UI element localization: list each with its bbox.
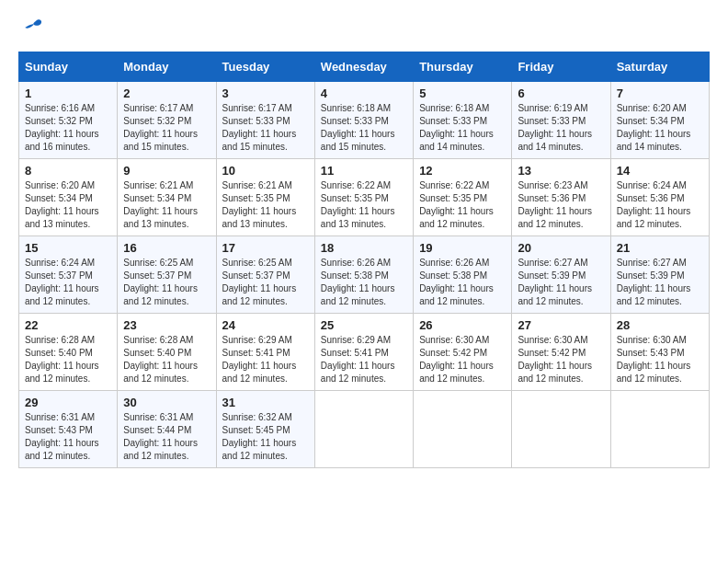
calendar-cell: 6 Sunrise: 6:19 AM Sunset: 5:33 PM Dayli… xyxy=(512,82,610,159)
cell-content: Sunrise: 6:30 AM Sunset: 5:43 PM Dayligh… xyxy=(617,334,703,385)
cell-content: Sunrise: 6:31 AM Sunset: 5:43 PM Dayligh… xyxy=(25,411,111,463)
cell-content: Sunrise: 6:19 AM Sunset: 5:33 PM Dayligh… xyxy=(518,102,604,154)
calendar-cell: 4 Sunrise: 6:18 AM Sunset: 5:33 PM Dayli… xyxy=(314,82,413,159)
calendar-cell xyxy=(512,391,610,468)
day-number: 24 xyxy=(222,318,309,332)
page-header xyxy=(18,18,710,37)
day-number: 6 xyxy=(518,86,604,100)
cell-content: Sunrise: 6:24 AM Sunset: 5:36 PM Dayligh… xyxy=(617,179,703,231)
cell-content: Sunrise: 6:18 AM Sunset: 5:33 PM Dayligh… xyxy=(321,102,407,154)
calendar-cell: 27 Sunrise: 6:30 AM Sunset: 5:42 PM Dayl… xyxy=(512,314,610,391)
logo xyxy=(18,18,44,37)
cell-content: Sunrise: 6:20 AM Sunset: 5:34 PM Dayligh… xyxy=(25,179,111,231)
calendar-cell: 28 Sunrise: 6:30 AM Sunset: 5:43 PM Dayl… xyxy=(610,314,709,391)
day-number: 14 xyxy=(617,164,703,178)
cell-content: Sunrise: 6:31 AM Sunset: 5:44 PM Dayligh… xyxy=(123,411,210,463)
calendar-cell: 13 Sunrise: 6:23 AM Sunset: 5:36 PM Dayl… xyxy=(512,159,610,236)
calendar-cell: 11 Sunrise: 6:22 AM Sunset: 5:35 PM Dayl… xyxy=(314,159,413,236)
cell-content: Sunrise: 6:21 AM Sunset: 5:35 PM Dayligh… xyxy=(222,179,309,231)
cell-content: Sunrise: 6:17 AM Sunset: 5:33 PM Dayligh… xyxy=(222,102,309,154)
day-number: 13 xyxy=(518,164,604,178)
day-number: 8 xyxy=(25,164,111,178)
day-number: 23 xyxy=(123,318,210,332)
day-header-sunday: Sunday xyxy=(19,52,118,82)
calendar-cell: 25 Sunrise: 6:29 AM Sunset: 5:41 PM Dayl… xyxy=(314,314,413,391)
day-number: 15 xyxy=(25,241,111,255)
calendar-cell xyxy=(414,391,512,468)
cell-content: Sunrise: 6:28 AM Sunset: 5:40 PM Dayligh… xyxy=(25,334,111,385)
calendar-cell: 14 Sunrise: 6:24 AM Sunset: 5:36 PM Dayl… xyxy=(610,159,709,236)
calendar-cell: 1 Sunrise: 6:16 AM Sunset: 5:32 PM Dayli… xyxy=(19,82,118,159)
calendar-cell: 21 Sunrise: 6:27 AM Sunset: 5:39 PM Dayl… xyxy=(610,236,709,314)
cell-content: Sunrise: 6:22 AM Sunset: 5:35 PM Dayligh… xyxy=(321,179,407,231)
cell-content: Sunrise: 6:22 AM Sunset: 5:35 PM Dayligh… xyxy=(419,179,506,231)
cell-content: Sunrise: 6:26 AM Sunset: 5:38 PM Dayligh… xyxy=(419,257,506,308)
calendar-cell: 19 Sunrise: 6:26 AM Sunset: 5:38 PM Dayl… xyxy=(414,236,512,314)
calendar-cell: 17 Sunrise: 6:25 AM Sunset: 5:37 PM Dayl… xyxy=(216,236,314,314)
cell-content: Sunrise: 6:27 AM Sunset: 5:39 PM Dayligh… xyxy=(518,257,604,308)
calendar-cell: 22 Sunrise: 6:28 AM Sunset: 5:40 PM Dayl… xyxy=(19,314,118,391)
calendar-week-1: 1 Sunrise: 6:16 AM Sunset: 5:32 PM Dayli… xyxy=(19,82,710,159)
calendar-cell: 12 Sunrise: 6:22 AM Sunset: 5:35 PM Dayl… xyxy=(414,159,512,236)
calendar-cell: 3 Sunrise: 6:17 AM Sunset: 5:33 PM Dayli… xyxy=(216,82,314,159)
calendar-cell: 18 Sunrise: 6:26 AM Sunset: 5:38 PM Dayl… xyxy=(314,236,413,314)
calendar-cell: 24 Sunrise: 6:29 AM Sunset: 5:41 PM Dayl… xyxy=(216,314,314,391)
cell-content: Sunrise: 6:29 AM Sunset: 5:41 PM Dayligh… xyxy=(222,334,309,385)
calendar-table: SundayMondayTuesdayWednesdayThursdayFrid… xyxy=(18,52,710,468)
calendar-cell: 30 Sunrise: 6:31 AM Sunset: 5:44 PM Dayl… xyxy=(118,391,216,468)
day-number: 4 xyxy=(321,86,407,100)
day-number: 21 xyxy=(617,241,703,255)
calendar-cell: 9 Sunrise: 6:21 AM Sunset: 5:34 PM Dayli… xyxy=(118,159,216,236)
calendar-header-row: SundayMondayTuesdayWednesdayThursdayFrid… xyxy=(19,52,710,82)
day-number: 27 xyxy=(518,318,604,332)
calendar-cell xyxy=(610,391,709,468)
day-number: 28 xyxy=(617,318,703,332)
day-number: 3 xyxy=(222,86,309,100)
calendar-cell: 8 Sunrise: 6:20 AM Sunset: 5:34 PM Dayli… xyxy=(19,159,118,236)
day-number: 2 xyxy=(123,86,210,100)
day-number: 16 xyxy=(123,241,210,255)
day-number: 26 xyxy=(419,318,506,332)
day-number: 31 xyxy=(222,396,309,409)
day-number: 12 xyxy=(419,164,506,178)
day-number: 18 xyxy=(321,241,407,255)
day-number: 9 xyxy=(123,164,210,178)
cell-content: Sunrise: 6:25 AM Sunset: 5:37 PM Dayligh… xyxy=(123,257,210,308)
day-number: 1 xyxy=(25,86,111,100)
day-header-saturday: Saturday xyxy=(610,52,709,82)
cell-content: Sunrise: 6:30 AM Sunset: 5:42 PM Dayligh… xyxy=(419,334,506,385)
cell-content: Sunrise: 6:23 AM Sunset: 5:36 PM Dayligh… xyxy=(518,179,604,231)
cell-content: Sunrise: 6:28 AM Sunset: 5:40 PM Dayligh… xyxy=(123,334,210,385)
day-header-monday: Monday xyxy=(118,52,216,82)
day-number: 11 xyxy=(321,164,407,178)
day-header-tuesday: Tuesday xyxy=(216,52,314,82)
calendar-cell: 20 Sunrise: 6:27 AM Sunset: 5:39 PM Dayl… xyxy=(512,236,610,314)
day-number: 17 xyxy=(222,241,309,255)
day-number: 5 xyxy=(419,86,506,100)
calendar-week-5: 29 Sunrise: 6:31 AM Sunset: 5:43 PM Dayl… xyxy=(19,391,710,468)
cell-content: Sunrise: 6:20 AM Sunset: 5:34 PM Dayligh… xyxy=(617,102,703,154)
cell-content: Sunrise: 6:21 AM Sunset: 5:34 PM Dayligh… xyxy=(123,179,210,231)
cell-content: Sunrise: 6:25 AM Sunset: 5:37 PM Dayligh… xyxy=(222,257,309,308)
calendar-cell: 15 Sunrise: 6:24 AM Sunset: 5:37 PM Dayl… xyxy=(19,236,118,314)
calendar-cell xyxy=(314,391,413,468)
cell-content: Sunrise: 6:24 AM Sunset: 5:37 PM Dayligh… xyxy=(25,257,111,308)
calendar-cell: 5 Sunrise: 6:18 AM Sunset: 5:33 PM Dayli… xyxy=(414,82,512,159)
calendar-cell: 2 Sunrise: 6:17 AM Sunset: 5:32 PM Dayli… xyxy=(118,82,216,159)
calendar-week-4: 22 Sunrise: 6:28 AM Sunset: 5:40 PM Dayl… xyxy=(19,314,710,391)
calendar-week-2: 8 Sunrise: 6:20 AM Sunset: 5:34 PM Dayli… xyxy=(19,159,710,236)
calendar-cell: 10 Sunrise: 6:21 AM Sunset: 5:35 PM Dayl… xyxy=(216,159,314,236)
day-number: 25 xyxy=(321,318,407,332)
day-number: 10 xyxy=(222,164,309,178)
calendar-week-3: 15 Sunrise: 6:24 AM Sunset: 5:37 PM Dayl… xyxy=(19,236,710,314)
cell-content: Sunrise: 6:27 AM Sunset: 5:39 PM Dayligh… xyxy=(617,257,703,308)
day-header-thursday: Thursday xyxy=(414,52,512,82)
cell-content: Sunrise: 6:26 AM Sunset: 5:38 PM Dayligh… xyxy=(321,257,407,308)
calendar-cell: 16 Sunrise: 6:25 AM Sunset: 5:37 PM Dayl… xyxy=(118,236,216,314)
day-number: 29 xyxy=(25,396,111,409)
calendar-cell: 26 Sunrise: 6:30 AM Sunset: 5:42 PM Dayl… xyxy=(414,314,512,391)
calendar-cell: 23 Sunrise: 6:28 AM Sunset: 5:40 PM Dayl… xyxy=(118,314,216,391)
cell-content: Sunrise: 6:18 AM Sunset: 5:33 PM Dayligh… xyxy=(419,102,506,154)
day-header-wednesday: Wednesday xyxy=(314,52,413,82)
day-number: 20 xyxy=(518,241,604,255)
